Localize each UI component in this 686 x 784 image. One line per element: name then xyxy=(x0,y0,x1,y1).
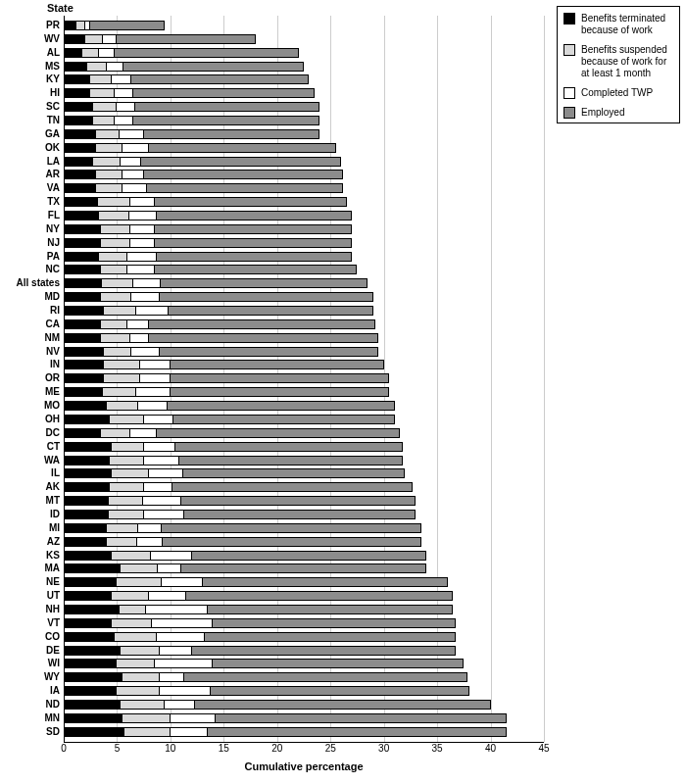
legend-label: Benefits suspended because of work for a… xyxy=(581,44,673,79)
bar-row: NM xyxy=(64,332,544,344)
x-tick-label: 45 xyxy=(538,743,549,754)
bar-segment xyxy=(64,62,87,72)
bar-segment xyxy=(117,102,135,112)
row-label: NJ xyxy=(47,237,64,249)
bar-segment xyxy=(157,632,205,642)
bar-segment xyxy=(64,292,101,302)
bar-segment xyxy=(112,74,131,84)
row-label: CO xyxy=(45,631,64,643)
bar-segment xyxy=(64,686,117,696)
bar-row: ID xyxy=(64,509,544,520)
bar-segment xyxy=(64,387,103,397)
bar-segment xyxy=(64,537,107,547)
bar-segment xyxy=(152,618,213,628)
row-label: GA xyxy=(45,128,64,140)
bar-segment xyxy=(121,646,160,656)
stacked-bar xyxy=(64,428,544,438)
row-label: MA xyxy=(44,563,64,574)
stacked-bar xyxy=(64,577,544,587)
bar-segment xyxy=(64,727,124,737)
bar-segment xyxy=(64,672,122,682)
bar-segment xyxy=(179,456,404,466)
bar-segment xyxy=(64,252,99,262)
bar-segment xyxy=(64,713,122,723)
stacked-bar xyxy=(64,238,544,248)
row-label: UT xyxy=(47,590,64,602)
bar-segment xyxy=(162,523,421,533)
bar-segment xyxy=(107,401,139,411)
bar-segment xyxy=(165,700,194,710)
bar-row: WI xyxy=(64,658,544,669)
bar-segment xyxy=(96,170,122,179)
legend-item: Benefits suspended because of work for a… xyxy=(564,44,673,79)
bar-segment xyxy=(64,74,90,84)
bar-segment xyxy=(144,170,344,179)
bar-segment xyxy=(112,591,149,601)
bar-segment xyxy=(64,170,96,179)
bar-segment xyxy=(64,442,112,452)
bar-segment xyxy=(64,102,93,112)
bar-segment xyxy=(64,618,112,628)
row-label: TX xyxy=(47,196,64,208)
row-label: NV xyxy=(46,346,64,358)
bar-segment xyxy=(64,482,110,492)
bar-segment xyxy=(64,34,85,44)
bar-segment xyxy=(157,252,352,262)
bar-row: MO xyxy=(64,400,544,412)
bar-row: DE xyxy=(64,645,544,657)
bar-row: UT xyxy=(64,590,544,602)
row-label: NH xyxy=(46,604,64,615)
bar-row: KS xyxy=(64,550,544,562)
row-label: IA xyxy=(50,685,64,697)
bar-segment xyxy=(186,591,453,601)
row-label: HI xyxy=(50,87,64,99)
bar-segment xyxy=(149,319,375,329)
bar-segment xyxy=(149,591,186,601)
row-label: OR xyxy=(45,372,64,384)
stacked-bar xyxy=(64,605,544,614)
bar-segment xyxy=(64,415,110,424)
bar-segment xyxy=(64,564,121,573)
row-label: NY xyxy=(46,223,64,235)
x-tick-label: 35 xyxy=(432,743,443,754)
bar-row: IL xyxy=(64,467,544,479)
stacked-bar xyxy=(64,686,544,696)
bar-segment xyxy=(64,278,102,288)
row-label: CT xyxy=(47,441,64,453)
row-label: NC xyxy=(46,264,64,275)
x-tick-label: 40 xyxy=(485,743,496,754)
bar-segment xyxy=(147,183,343,193)
bar-row: MD xyxy=(64,291,544,303)
stacked-bar xyxy=(64,88,544,98)
legend-swatch-icon xyxy=(564,107,575,119)
legend-swatch-icon xyxy=(564,44,575,56)
bar-row: IA xyxy=(64,685,544,697)
bar-segment xyxy=(64,577,117,587)
bar-segment xyxy=(64,211,99,220)
bar-segment xyxy=(163,537,421,547)
bar-segment xyxy=(216,713,507,723)
legend-label: Benefits terminated because of work xyxy=(581,13,673,36)
x-tick-label: 20 xyxy=(271,743,282,754)
bar-segment xyxy=(64,700,121,710)
stacked-bar xyxy=(64,129,544,139)
row-label: NM xyxy=(44,332,64,344)
bar-row: NY xyxy=(64,223,544,235)
bar-segment xyxy=(123,62,304,72)
stacked-bar xyxy=(64,373,544,383)
bar-segment xyxy=(122,713,171,723)
bar-segment xyxy=(64,468,112,478)
bar-segment xyxy=(64,306,104,316)
bar-segment xyxy=(120,129,144,139)
bar-segment xyxy=(112,618,152,628)
bar-row: RI xyxy=(64,305,544,317)
bar-row: MN xyxy=(64,712,544,724)
bar-segment xyxy=(160,672,184,682)
bar-row: PA xyxy=(64,251,544,263)
bar-segment xyxy=(144,415,173,424)
bar-segment xyxy=(122,183,147,193)
bar-segment xyxy=(121,700,166,710)
bar-row: CA xyxy=(64,318,544,330)
bar-segment xyxy=(103,387,136,397)
bar-segment xyxy=(64,591,112,601)
